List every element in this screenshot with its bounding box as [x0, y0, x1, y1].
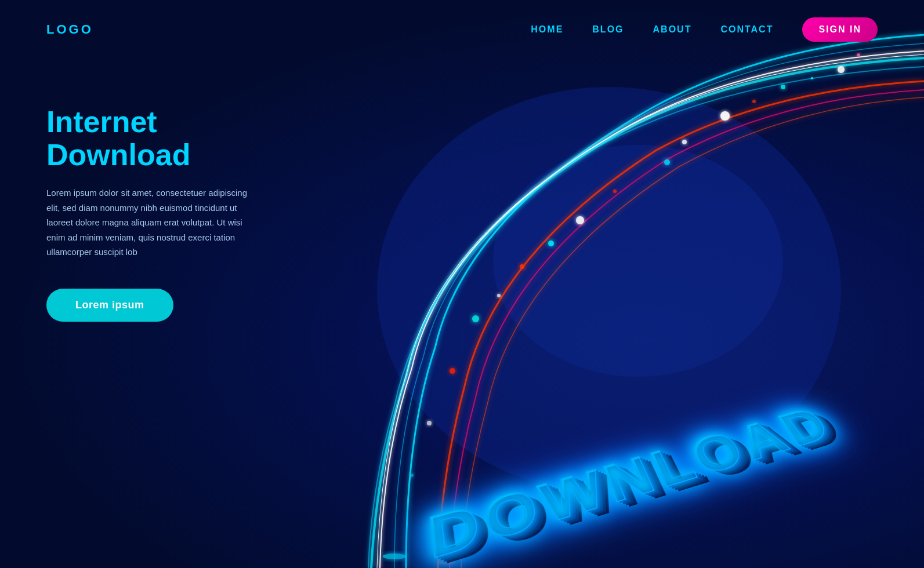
nav-link-blog[interactable]: BLOG [592, 24, 624, 34]
hero-section: Internet Download Lorem ipsum dolor sit … [0, 59, 302, 322]
signin-button[interactable]: SIGN IN [802, 17, 878, 42]
nav-item-blog[interactable]: BLOG [592, 24, 624, 35]
nav-logo[interactable]: LOGO [46, 22, 93, 37]
nav-item-home[interactable]: HOME [531, 24, 563, 35]
nav-item-about[interactable]: ABOUT [653, 24, 692, 35]
nav-link-about[interactable]: ABOUT [653, 24, 692, 34]
hero-title: Internet Download [46, 105, 255, 172]
nav-item-signin[interactable]: SIGN IN [802, 17, 878, 42]
cta-button[interactable]: Lorem ipsum [46, 289, 173, 322]
nav-links: HOME BLOG ABOUT CONTACT SIGN IN [531, 17, 878, 42]
nav-link-contact[interactable]: CONTACT [720, 24, 773, 34]
nav-item-contact[interactable]: CONTACT [720, 24, 773, 35]
hero-description: Lorem ipsum dolor sit amet, consectetuer… [46, 185, 255, 260]
nav-link-home[interactable]: HOME [531, 24, 563, 34]
navbar: LOGO HOME BLOG ABOUT CONTACT SIGN IN [0, 0, 924, 59]
